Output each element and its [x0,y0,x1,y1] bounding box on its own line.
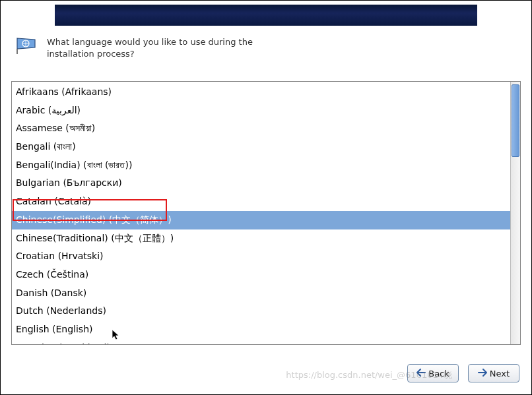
language-option[interactable]: Dutch (Nederlands) [12,302,510,320]
language-option[interactable]: Arabic (العربية) [12,102,510,120]
arrow-left-icon [416,369,426,379]
language-option[interactable]: Bengali (বাংলা) [12,138,510,156]
language-option[interactable]: Afrikaans (Afrikaans) [12,83,510,102]
prompt-row: What language would you like to use duri… [15,36,271,60]
prompt-text: What language would you like to use duri… [47,36,271,60]
back-button[interactable]: Back [407,364,459,382]
next-label: Next [490,369,510,379]
language-list[interactable]: Afrikaans (Afrikaans)Arabic (العربية)Ass… [12,82,510,344]
language-option[interactable]: Bengali(India) (বাংলা (ভারত)) [12,156,510,175]
next-button[interactable]: Next [468,364,519,382]
language-option[interactable]: Catalan (Català) [12,193,510,211]
language-option[interactable]: Czech (Čeština) [12,266,510,284]
flag-icon [15,36,39,57]
scroll-thumb[interactable] [512,84,519,157]
language-option[interactable]: English (English) [12,320,510,339]
language-option[interactable]: Chinese(Simplified) (中文（简体）) [12,211,510,229]
language-list-container: Afrikaans (Afrikaans)Arabic (العربية)Ass… [11,81,521,345]
language-option[interactable]: Chinese(Traditional) (中文（正體）) [12,229,510,248]
header-banner [55,5,477,26]
language-option[interactable]: Assamese (অসমীয়া) [12,119,510,138]
language-option[interactable]: Estonian (eesti keel) [12,339,510,344]
back-label: Back [428,369,449,379]
language-option[interactable]: Croatian (Hrvatski) [12,247,510,266]
scrollbar[interactable] [510,82,520,344]
language-option[interactable]: Danish (Dansk) [12,284,510,303]
cursor-icon [112,329,121,341]
button-row: Back Next [407,364,519,382]
arrow-right-icon [478,369,487,379]
language-option[interactable]: Bulgarian (Български) [12,174,510,193]
